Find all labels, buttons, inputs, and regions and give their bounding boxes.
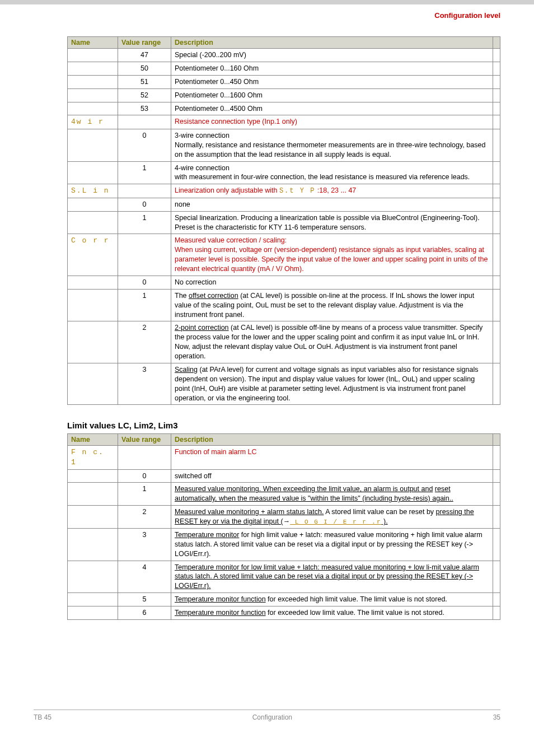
cell-val: 1	[118, 289, 171, 321]
table-row-group: 4w i rResistance connection type (Inp.1 …	[68, 115, 500, 129]
cell-val: 0	[118, 198, 171, 211]
cell-spacer	[493, 506, 500, 529]
cell-desc: Special linearization. Producing a linea…	[171, 211, 493, 234]
cell-desc: No correction	[171, 276, 493, 289]
cell-spacer	[493, 321, 500, 363]
cell-name: 4w i r	[68, 115, 118, 129]
cell-spacer	[493, 561, 500, 593]
table-row: 3Temperature monitor for high limit valu…	[68, 528, 500, 561]
cell-name	[68, 62, 118, 75]
cell-name: S.L i n	[68, 184, 118, 198]
table-row: 2Measured value monitoring + alarm statu…	[68, 506, 500, 529]
cell-desc: The offset correction (at CAL level) is …	[171, 289, 493, 321]
cell-val: 50	[118, 62, 171, 75]
cell-name	[68, 198, 118, 211]
cell-val: 52	[118, 88, 171, 102]
table-row: 0none	[68, 198, 500, 211]
cell-name: C o r r	[68, 234, 118, 276]
cell-spacer	[493, 289, 500, 321]
config-table-1: Name Value range Description 47Special (…	[67, 36, 500, 405]
cell-desc: Function of main alarm LC	[171, 446, 493, 469]
cell-name	[68, 276, 118, 289]
cell-spacer	[493, 593, 500, 606]
cell-desc: 3-wire connection Normally, resistance a…	[171, 129, 493, 161]
limit-values-table: Name Value range Description F n c. 1Fun…	[67, 433, 500, 619]
cell-spacer	[493, 234, 500, 276]
text-underline: Measured value monitoring + alarm status…	[175, 508, 324, 516]
cell-name	[68, 363, 118, 405]
cell-spacer	[493, 75, 500, 88]
table-row: 6Temperature monitor function for exceed…	[68, 606, 500, 620]
table-row-group: F n c. 1Function of main alarm LC	[68, 446, 500, 469]
table-row: 1Special linearization. Producing a line…	[68, 211, 500, 234]
text-underline: resis) again..	[413, 494, 453, 502]
seg-label: S.L i n	[71, 186, 110, 195]
col-spacer	[493, 37, 500, 49]
cell-name	[68, 102, 118, 115]
cell-spacer	[493, 88, 500, 102]
text: (at PArA level) for current and voltage …	[175, 366, 478, 402]
cell-name	[68, 49, 118, 62]
col-desc: Description	[171, 434, 493, 446]
cell-desc: Potentiometer 0...160 Ohm	[171, 62, 493, 75]
col-spacer	[493, 434, 500, 446]
table-row: 1Measured value monitoring. When exceedi…	[68, 483, 500, 506]
cell-name	[68, 88, 118, 102]
table-row: 47Special (-200..200 mV)	[68, 49, 500, 62]
table-row: 0No correction	[68, 276, 500, 289]
table-row: 5Temperature monitor function for exceed…	[68, 593, 500, 606]
cell-val	[118, 184, 171, 198]
cell-val: 0	[118, 469, 171, 483]
cell-name	[68, 561, 118, 593]
text-underline: Temperature monitor for low limit value …	[175, 563, 432, 571]
footer-left: TB 45	[34, 713, 51, 721]
col-desc: Description	[171, 37, 493, 49]
cell-desc: Potentiometer 0...1600 Ohm	[171, 88, 493, 102]
page-header: Configuration level	[0, 4, 534, 36]
table-row-group: S.L i nLinearization only adjustable wit…	[68, 184, 500, 198]
cell-desc: none	[171, 198, 493, 211]
cell-desc: Linearization only adjustable with S.t Y…	[171, 184, 493, 198]
cell-spacer	[493, 606, 500, 620]
cell-name	[68, 321, 118, 363]
cell-desc: Temperature monitor function for exceede…	[171, 593, 493, 606]
text-underline: Temperature monitor function	[175, 609, 266, 617]
cell-val: 47	[118, 49, 171, 62]
cell-spacer	[493, 184, 500, 198]
arrow-icon: →	[283, 517, 291, 525]
cell-desc: Temperature monitor for low limit value …	[171, 561, 493, 593]
table-row: 22-point correction (at CAL level) is po…	[68, 321, 500, 363]
cell-name	[68, 506, 118, 529]
table-row: 52Potentiometer 0...1600 Ohm	[68, 88, 500, 102]
cell-spacer	[493, 102, 500, 115]
text-underline: offset correction	[189, 292, 238, 300]
cell-desc: 2-point correction (at CAL level) is pos…	[171, 321, 493, 363]
cell-spacer	[493, 363, 500, 405]
cell-desc: 4-wire connection with measurement in fo…	[171, 161, 493, 184]
seg-label: 4w i r	[71, 118, 104, 126]
cell-desc: Measured value monitoring. When exceedin…	[171, 483, 493, 506]
cell-spacer	[493, 49, 500, 62]
text: The	[175, 292, 189, 300]
cell-desc: Scaling (at PArA level) for current and …	[171, 363, 493, 405]
cell-spacer	[493, 446, 500, 469]
section-title: Limit values LC, Lim2, Lim3	[67, 421, 500, 430]
cell-spacer	[493, 483, 500, 506]
text-underline: Measured value monitoring. When exceedin…	[175, 485, 433, 493]
cell-name	[68, 606, 118, 620]
cell-desc: Measured value monitoring + alarm status…	[171, 506, 493, 529]
table-row: 03-wire connection Normally, resistance …	[68, 129, 500, 161]
text-underline: Temperature monitor	[175, 531, 239, 539]
cell-val: 3	[118, 363, 171, 405]
cell-val: 6	[118, 606, 171, 620]
table-row: 4Temperature monitor for low limit value…	[68, 561, 500, 593]
cell-desc: Temperature monitor for high limit value…	[171, 528, 493, 561]
cell-val: 4	[118, 561, 171, 593]
cell-name: F n c. 1	[68, 446, 118, 469]
cell-name	[68, 469, 118, 483]
text: :18, 23 ... 47	[315, 186, 356, 194]
cell-name	[68, 211, 118, 234]
cell-desc: Temperature monitor function for exceede…	[171, 606, 493, 620]
cell-val	[118, 115, 171, 129]
table-row: 3Scaling (at PArA level) for current and…	[68, 363, 500, 405]
